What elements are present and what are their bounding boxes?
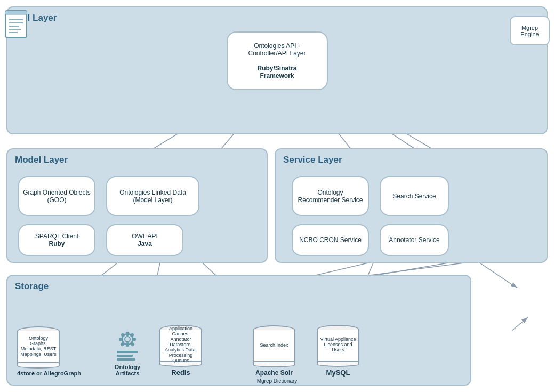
linked-data-box: Ontologies Linked Data (Model Layer) — [106, 176, 199, 216]
sparql-box: SPARQL Client Ruby — [18, 224, 95, 256]
solr-label: Search Index — [260, 342, 288, 348]
api-main-box: Ontologies API - Controller/API Layer Ru… — [227, 31, 328, 90]
api-line3: Ruby/Sinatra — [257, 65, 296, 72]
recommender-text: Ontology Recommender Service — [296, 189, 365, 204]
goo-box: Graph Oriented Objects (GOO) — [18, 176, 95, 216]
svg-rect-27 — [130, 342, 135, 347]
svg-line-17 — [512, 317, 528, 331]
solr-storage: Search Index Apache Solr — [253, 321, 295, 377]
storage-layer: Storage Ontology Graphs, Metadata, REST … — [6, 275, 471, 386]
api-line1: Ontologies API - — [254, 42, 300, 50]
api-layer: API Layer Ontologies API - Controller/AP… — [6, 6, 548, 134]
svg-rect-23 — [132, 338, 136, 341]
svg-rect-22 — [119, 338, 123, 341]
gear-icon — [111, 324, 143, 362]
svg-rect-30 — [117, 358, 135, 361]
redis-name: Redis — [159, 369, 202, 377]
mgrep-dict-label: Mgrep Dictionary — [257, 378, 298, 384]
mgrep-engine-line1: Mgrep — [521, 25, 538, 31]
solr-name: Apache Solr — [253, 369, 295, 377]
diagram-container: API Layer Ontologies API - Controller/AP… — [0, 0, 554, 392]
ncbo-text: NCBO CRON Service — [299, 236, 362, 244]
model-layer-title: Model Layer — [15, 155, 68, 165]
svg-rect-32 — [5, 11, 27, 15]
svg-rect-21 — [126, 342, 129, 347]
svg-rect-25 — [130, 333, 134, 338]
service-layer-title: Service Layer — [283, 155, 342, 165]
linked-data-text: Ontologies Linked Data (Model Layer) — [110, 189, 195, 204]
mysql-label: Virtual Appliance Licenses and Users — [320, 337, 356, 353]
search-service-box: Search Service — [380, 176, 449, 216]
annotator-text: Annotator Service — [389, 236, 439, 244]
sparql-line2: Ruby — [49, 240, 65, 247]
svg-rect-26 — [120, 342, 125, 347]
mysql-storage: Virtual Appliance Licenses and Users MyS… — [317, 320, 359, 377]
svg-rect-24 — [121, 333, 125, 338]
api-line2: Controller/API Layer — [248, 50, 306, 57]
fourstore-label: Ontology Graphs, Metadata, REST Mappings… — [20, 335, 57, 357]
annotator-box: Annotator Service — [380, 224, 449, 256]
ncbo-box: NCBO CRON Service — [292, 224, 369, 256]
mgrep-engine-box: Mgrep Engine — [510, 16, 550, 45]
storage-layer-title: Storage — [15, 281, 49, 292]
mgrep-engine-line2: Engine — [520, 31, 539, 37]
goo-text: Graph Oriented Objects (GOO) — [22, 189, 91, 204]
mgrep-doc-icon — [3, 8, 32, 51]
svg-rect-29 — [117, 355, 133, 357]
recommender-box: Ontology Recommender Service — [292, 176, 369, 216]
service-layer: Service Layer Ontology Recommender Servi… — [275, 148, 548, 263]
svg-rect-28 — [117, 351, 138, 353]
fourstore-name: 4store or AllegroGraph — [17, 370, 81, 377]
sparql-line1: SPARQL Client — [35, 233, 78, 240]
owl-line1: OWL API — [132, 233, 158, 240]
redis-storage: Application Caches, Annotator Datastore,… — [159, 320, 202, 377]
fourstore-storage: Ontology Graphs, Metadata, REST Mappings… — [17, 322, 81, 377]
svg-point-19 — [125, 337, 130, 342]
svg-rect-20 — [126, 332, 129, 336]
owl-box: OWL API Java — [106, 224, 183, 256]
search-service-text: Search Service — [392, 193, 436, 200]
model-layer: Model Layer Graph Oriented Objects (GOO)… — [6, 148, 268, 263]
artifacts-name: Ontology Artifacts — [106, 364, 149, 377]
svg-line-15 — [480, 263, 517, 288]
artifacts-storage: Ontology Artifacts — [106, 324, 149, 377]
redis-label: Application Caches, Annotator Datastore,… — [163, 326, 199, 363]
mysql-name: MySQL — [317, 369, 359, 377]
owl-line2: Java — [138, 240, 152, 247]
api-line4: Framework — [260, 72, 294, 79]
